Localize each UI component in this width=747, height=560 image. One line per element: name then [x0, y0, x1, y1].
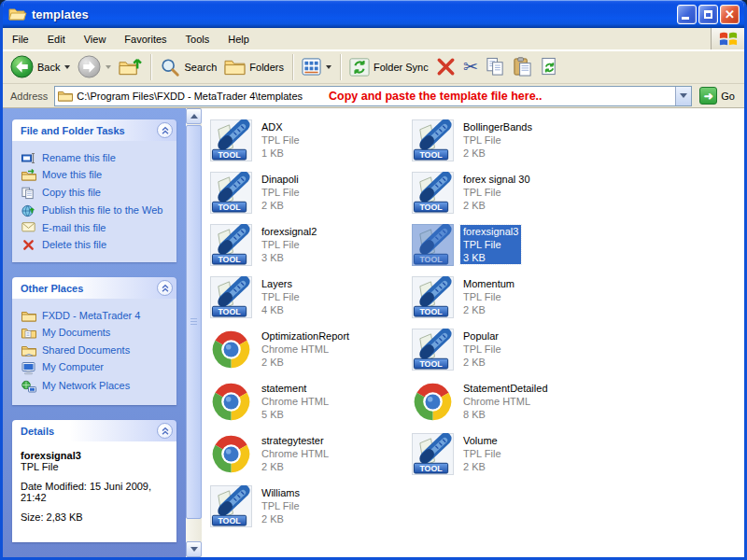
sidebar-scrollbar[interactable] — [186, 108, 202, 557]
menu-item[interactable]: Favorites — [115, 30, 176, 49]
file-icon: TOOL — [210, 119, 252, 161]
file-name: forexsignal2 — [261, 225, 317, 238]
views-dropdown-caret[interactable] — [326, 65, 331, 69]
views-icon — [302, 58, 321, 76]
scrollbar-thumb[interactable] — [186, 125, 202, 519]
place-item[interactable]: FXDD - MetaTrader 4 — [21, 309, 173, 322]
panel-header-other-places[interactable]: Other Places — [12, 277, 176, 299]
task-item[interactable]: Copy this file — [21, 186, 173, 200]
address-dropdown-button[interactable] — [675, 87, 691, 105]
close-button[interactable]: ✕ — [720, 5, 740, 24]
forward-dropdown-caret[interactable] — [106, 65, 111, 69]
file-type: TPL File — [261, 290, 300, 303]
menu-item[interactable]: Edit — [38, 30, 75, 49]
file-name: statement — [261, 382, 329, 395]
file-tile[interactable]: TOOL Momentum TPL File 2 KB — [410, 271, 612, 323]
scroll-down-button[interactable] — [186, 541, 202, 557]
place-label: Shared Documents — [42, 343, 130, 357]
task-item[interactable]: Rename this file — [21, 151, 173, 164]
file-size: 2 KB — [463, 303, 514, 316]
file-tile[interactable]: TOOL forexsignal2 TPL File 3 KB — [208, 218, 410, 271]
svg-text:TOOL: TOOL — [218, 203, 241, 212]
maximize-button[interactable] — [698, 5, 718, 24]
titlebar[interactable]: templates ✕ — [3, 0, 744, 28]
main-area: File and Folder Tasks Rename this file — [3, 108, 744, 557]
menu-item[interactable]: View — [75, 30, 116, 49]
place-item[interactable]: My Network Places — [21, 379, 173, 394]
back-dropdown-caret[interactable] — [64, 65, 70, 69]
file-name: BollingerBands — [463, 120, 532, 133]
go-arrow-icon: ➜ — [699, 87, 717, 105]
file-tile[interactable]: statement Chrome HTML 5 KB — [208, 375, 410, 427]
file-type: TPL File — [261, 186, 300, 199]
file-size: 4 KB — [261, 303, 300, 316]
folders-button[interactable]: Folders — [220, 56, 288, 77]
panel-body: Rename this file Move this file Copy thi… — [12, 141, 176, 262]
file-tile[interactable]: strategytester Chrome HTML 2 KB — [208, 427, 410, 480]
collapse-button[interactable] — [157, 280, 173, 296]
address-folder-icon — [58, 90, 73, 102]
file-tile[interactable]: TOOL Volume TPL File 2 KB — [410, 427, 612, 480]
task-item[interactable]: Publish this file to the Web — [21, 203, 173, 217]
go-button[interactable]: ➜ Go — [692, 87, 740, 105]
file-tile[interactable]: StatementDetailed Chrome HTML 8 KB — [410, 375, 612, 427]
paste-button[interactable] — [509, 55, 536, 78]
menu-item[interactable]: File — [3, 30, 38, 49]
menu-item[interactable]: Help — [218, 30, 259, 49]
refresh-button[interactable] — [536, 55, 563, 78]
panel-header-file-folder-tasks[interactable]: File and Folder Tasks — [12, 119, 176, 141]
file-tile[interactable]: TOOL Popular TPL File 2 KB — [410, 323, 612, 375]
details-file-type: TPL File — [21, 461, 171, 472]
file-tile[interactable]: TOOL Dinapoli TPL File 2 KB — [208, 166, 410, 218]
file-size: 2 KB — [463, 147, 532, 160]
file-icon: TOOL — [210, 224, 252, 266]
minimize-button[interactable] — [677, 5, 697, 24]
file-tile[interactable]: TOOL Williams TPL File 2 KB — [208, 480, 410, 532]
panel-details: Details forexsignal3 TPL File Date Modif… — [12, 420, 176, 542]
cut-button[interactable]: ✂ — [459, 56, 482, 77]
file-tile[interactable]: TOOL forexsignal3 TPL File 3 KB — [410, 218, 612, 271]
place-item[interactable]: My Computer — [21, 360, 173, 375]
up-button[interactable] — [115, 55, 146, 78]
file-name: strategytester — [261, 434, 329, 447]
file-icon — [412, 381, 454, 423]
task-item[interactable]: Move this file — [21, 168, 173, 181]
menu-items: FileEditViewFavoritesToolsHelp — [3, 28, 711, 49]
task-item[interactable]: E-mail this file — [21, 221, 173, 234]
copy-button[interactable] — [482, 55, 509, 78]
file-icon: TOOL — [210, 172, 252, 214]
address-combobox[interactable]: C:\Program Files\FXDD - MetaTrader 4\tem… — [54, 86, 692, 106]
back-button[interactable]: Back — [7, 53, 74, 80]
collapse-button[interactable] — [157, 122, 173, 138]
place-icon — [21, 379, 36, 394]
file-size: 2 KB — [261, 356, 349, 369]
details-size: Size: 2,83 KB — [21, 511, 171, 523]
place-label: My Computer — [42, 360, 104, 373]
address-path[interactable]: C:\Program Files\FXDD - MetaTrader 4\tem… — [77, 91, 303, 102]
svg-text:TOOL: TOOL — [218, 150, 241, 160]
search-button[interactable]: Search — [156, 55, 220, 79]
file-tile[interactable]: TOOL Layers TPL File 4 KB — [208, 271, 410, 323]
place-item[interactable]: Shared Documents — [21, 343, 173, 357]
task-item[interactable]: Delete this file — [21, 238, 173, 251]
details-body: forexsignal3 TPL File Date Modified: 15 … — [12, 441, 176, 542]
menu-item[interactable]: Tools — [176, 30, 219, 49]
file-size: 2 KB — [261, 460, 329, 473]
place-item[interactable]: My Documents — [21, 326, 173, 339]
delete-button[interactable] — [432, 55, 459, 78]
folder-sync-button[interactable]: Folder Sync — [345, 55, 432, 79]
paste-icon — [513, 57, 532, 77]
file-tile[interactable]: OptimizationReport Chrome HTML 2 KB — [208, 323, 410, 375]
delete-icon — [436, 57, 456, 77]
file-tile[interactable]: TOOL BollingerBands TPL File 2 KB — [410, 114, 612, 166]
forward-button[interactable] — [74, 53, 115, 80]
collapse-button[interactable] — [157, 423, 173, 439]
scroll-up-button[interactable] — [186, 108, 202, 124]
file-icon: TOOL — [210, 276, 252, 318]
sidebar: File and Folder Tasks Rename this file — [3, 108, 186, 557]
views-button[interactable] — [298, 56, 335, 77]
menubar: FileEditViewFavoritesToolsHelp — [3, 28, 744, 50]
panel-header-details[interactable]: Details — [12, 420, 176, 441]
file-tile[interactable]: TOOL forex signal 30 TPL File 2 KB — [410, 166, 612, 218]
file-tile[interactable]: TOOL ADX TPL File 1 KB — [208, 114, 410, 166]
